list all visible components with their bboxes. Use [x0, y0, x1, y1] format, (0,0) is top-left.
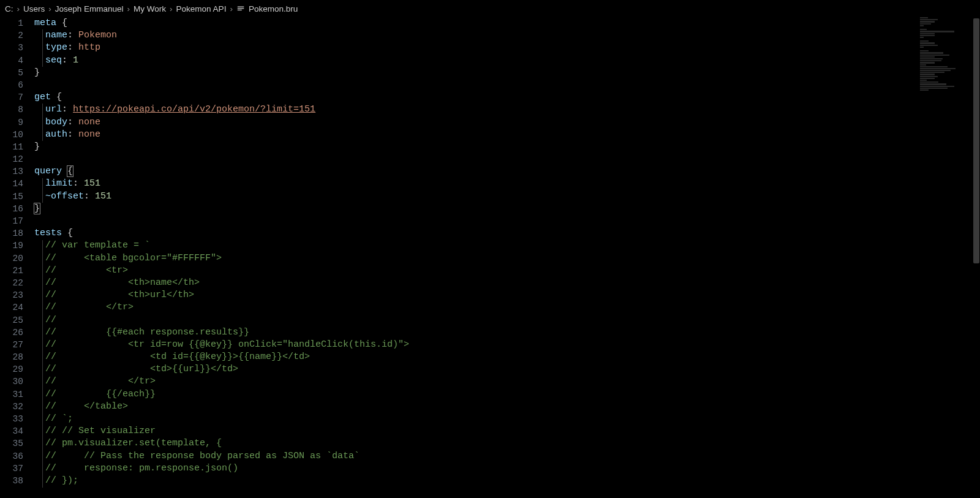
code-line[interactable] — [34, 215, 980, 227]
line-number: 26 — [0, 326, 23, 339]
line-number: 23 — [0, 289, 23, 301]
breadcrumb-part[interactable]: C: — [5, 4, 13, 13]
code-content[interactable]: meta { name: Pokemon type: http seq: 1}g… — [34, 17, 980, 498]
line-number: 34 — [0, 425, 23, 437]
code-line[interactable]: // }); — [34, 475, 980, 487]
line-number: 6 — [0, 79, 23, 91]
chevron-right-icon: › — [48, 4, 51, 13]
line-number: 37 — [0, 462, 23, 475]
code-line[interactable]: } — [34, 141, 980, 153]
line-number: 32 — [0, 401, 23, 413]
code-line[interactable]: // </tr> — [34, 375, 980, 388]
line-number: 7 — [0, 91, 23, 104]
code-line[interactable]: type: http — [34, 42, 980, 54]
line-number: 4 — [0, 55, 23, 67]
code-line[interactable]: // response: pm.response.json() — [34, 462, 980, 475]
line-number: 24 — [0, 301, 23, 314]
code-line[interactable]: body: none — [34, 116, 980, 129]
line-number: 38 — [0, 475, 23, 487]
line-number: 17 — [0, 215, 23, 227]
code-line[interactable]: query { — [34, 165, 980, 178]
code-line[interactable]: // // Set visualizer — [34, 425, 980, 437]
svg-rect-2 — [238, 10, 242, 10]
chevron-right-icon: › — [17, 4, 20, 13]
line-number: 20 — [0, 252, 23, 265]
line-number: 25 — [0, 314, 23, 326]
breadcrumb[interactable]: C: › Users › Joseph Emmanuel › My Work ›… — [0, 0, 980, 17]
code-line[interactable]: // <tr> — [34, 265, 980, 277]
code-line[interactable]: // pm.visualizer.set(template, { — [34, 437, 980, 450]
indent-guide — [42, 240, 43, 488]
code-line[interactable]: // // Pass the response body parsed as J… — [34, 450, 980, 462]
code-line[interactable]: // {{#each response.results}} — [34, 326, 980, 339]
code-line[interactable]: // </tr> — [34, 301, 980, 314]
code-line[interactable] — [34, 153, 980, 165]
line-number: 36 — [0, 450, 23, 462]
indent-guide — [42, 178, 43, 203]
code-line[interactable]: // <td>{{url}}</td> — [34, 363, 980, 375]
line-number: 15 — [0, 191, 23, 203]
code-line[interactable]: } — [34, 67, 980, 79]
code-line[interactable]: // <th>name</th> — [34, 277, 980, 289]
indent-guide — [42, 29, 43, 67]
code-line[interactable]: ~offset: 151 — [34, 191, 980, 203]
code-line[interactable]: } — [34, 203, 980, 215]
line-number: 13 — [0, 165, 23, 178]
svg-rect-1 — [238, 8, 244, 9]
line-number: 35 — [0, 437, 23, 450]
line-number: 2 — [0, 29, 23, 42]
scrollbar-thumb[interactable] — [973, 18, 979, 263]
breadcrumb-file[interactable]: Pokemon.bru — [249, 4, 298, 13]
line-number: 16 — [0, 203, 23, 215]
line-number: 3 — [0, 42, 23, 54]
code-line[interactable]: // <th>url</th> — [34, 289, 980, 301]
breadcrumb-part[interactable]: Users — [23, 4, 45, 13]
code-line[interactable]: // `; — [34, 413, 980, 425]
chevron-right-icon: › — [230, 4, 233, 13]
code-line[interactable]: // {{/each}} — [34, 388, 980, 401]
line-number: 11 — [0, 141, 23, 153]
line-number: 5 — [0, 67, 23, 79]
line-number: 29 — [0, 363, 23, 375]
code-line[interactable]: auth: none — [34, 129, 980, 141]
line-number: 12 — [0, 153, 23, 165]
code-line[interactable] — [34, 79, 980, 91]
indent-guide — [42, 104, 43, 141]
line-number: 27 — [0, 339, 23, 351]
line-number: 8 — [0, 104, 23, 116]
code-line[interactable]: // <tr id=row {{@key}} onClick="handleCl… — [34, 339, 980, 351]
code-editor[interactable]: 1234567891011121314151617181920212223242… — [0, 17, 980, 498]
chevron-right-icon: › — [170, 4, 173, 13]
line-number: 28 — [0, 351, 23, 363]
code-line[interactable]: // <td id={{@key}}>{{name}}</td> — [34, 351, 980, 363]
breadcrumb-part[interactable]: Pokemon API — [176, 4, 227, 13]
line-number-gutter: 1234567891011121314151617181920212223242… — [0, 17, 34, 498]
line-number: 10 — [0, 129, 23, 141]
chevron-right-icon: › — [127, 4, 130, 13]
line-number: 19 — [0, 240, 23, 252]
code-line[interactable]: // <table bgcolor="#FFFFFF"> — [34, 252, 980, 265]
code-line[interactable]: // var template = ` — [34, 240, 980, 252]
code-line[interactable]: // </table> — [34, 401, 980, 413]
line-number: 18 — [0, 227, 23, 240]
code-line[interactable]: limit: 151 — [34, 178, 980, 190]
line-number: 22 — [0, 277, 23, 289]
code-line[interactable]: name: Pokemon — [34, 29, 980, 42]
code-line[interactable]: get { — [34, 91, 980, 104]
code-line[interactable]: // — [34, 314, 980, 326]
breadcrumb-part[interactable]: Joseph Emmanuel — [55, 4, 124, 13]
line-number: 9 — [0, 116, 23, 129]
svg-rect-0 — [238, 7, 244, 7]
line-number: 1 — [0, 17, 23, 29]
line-number: 21 — [0, 265, 23, 277]
code-line[interactable]: meta { — [34, 17, 980, 29]
code-line[interactable]: seq: 1 — [34, 55, 980, 67]
line-number: 33 — [0, 413, 23, 425]
line-number: 14 — [0, 178, 23, 190]
code-line[interactable]: tests { — [34, 227, 980, 240]
file-icon — [236, 4, 245, 13]
line-number: 31 — [0, 388, 23, 401]
vertical-scrollbar[interactable] — [971, 17, 980, 498]
breadcrumb-part[interactable]: My Work — [134, 4, 166, 13]
code-line[interactable]: url: https://pokeapi.co/api/v2/pokemon/?… — [34, 104, 980, 116]
